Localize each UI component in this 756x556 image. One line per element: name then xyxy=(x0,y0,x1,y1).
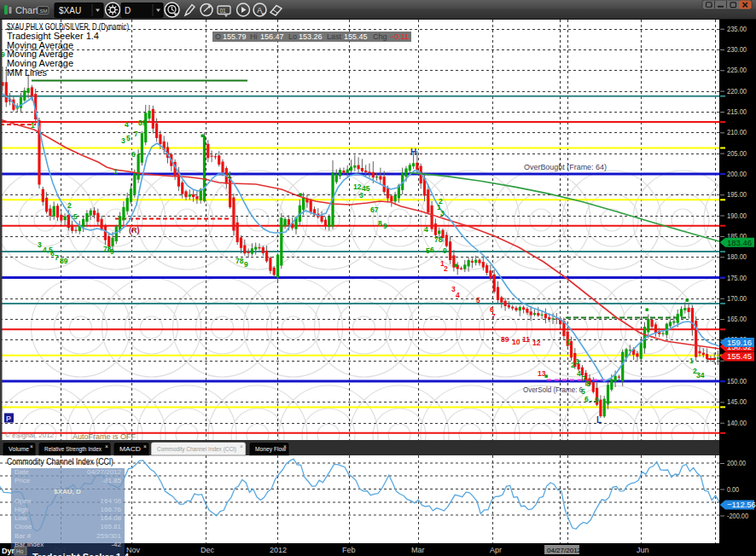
svg-text:8: 8 xyxy=(378,219,382,228)
svg-text:9: 9 xyxy=(383,222,387,230)
svg-text:225.00: 225.00 xyxy=(727,66,747,74)
svg-text:5: 5 xyxy=(476,296,480,304)
svg-text:2: 2 xyxy=(444,264,448,273)
svg-text:4: 4 xyxy=(424,225,428,234)
svg-text:10: 10 xyxy=(512,338,520,346)
svg-text:78: 78 xyxy=(236,257,244,265)
svg-text:−112.56: −112.56 xyxy=(727,500,756,509)
svg-text:×: × xyxy=(105,443,108,449)
svg-text:MACD: MACD xyxy=(119,445,141,453)
svg-text:7: 7 xyxy=(55,253,59,262)
svg-text:156.47: 156.47 xyxy=(260,32,284,41)
svg-text:12: 12 xyxy=(532,339,541,347)
svg-text:$XAU,PHLX GOLD/SILVER, D (Dyna: $XAU,PHLX GOLD/SILVER, D (Dynamic) xyxy=(7,22,129,32)
svg-text:×: × xyxy=(283,443,287,449)
svg-text:155.45: 155.45 xyxy=(344,32,368,41)
svg-text:Commodity Channel Index (CCI): Commodity Channel Index (CCI) xyxy=(7,457,113,466)
svg-text:Dyn: Dyn xyxy=(2,547,16,555)
svg-text:High: High xyxy=(15,506,28,513)
svg-text:166.76: 166.76 xyxy=(101,506,122,513)
svg-text:165.00: 165.00 xyxy=(727,315,747,323)
svg-text:140.00: 140.00 xyxy=(727,419,747,427)
svg-text:9: 9 xyxy=(443,246,447,255)
svg-text:Chg: Chg xyxy=(373,32,387,41)
svg-text:Date: Date xyxy=(15,468,29,476)
svg-text:OverSold (Frame: 6: OverSold (Frame: 6 xyxy=(523,385,583,394)
svg-text:11: 11 xyxy=(522,335,530,344)
svg-text:Jun: Jun xyxy=(637,546,649,554)
svg-text:Money Flow: Money Flow xyxy=(255,445,287,453)
svg-text:5: 5 xyxy=(126,134,131,142)
svg-text:9: 9 xyxy=(110,247,114,256)
svg-text:2: 2 xyxy=(67,201,72,210)
svg-text:170.00: 170.00 xyxy=(727,294,747,303)
svg-text:183.46: 183.46 xyxy=(727,238,752,247)
svg-text:3: 3 xyxy=(359,191,363,200)
svg-text:Apr: Apr xyxy=(490,546,502,554)
svg-text:Chart: Chart xyxy=(15,5,38,15)
svg-text:Moving Average: Moving Average xyxy=(7,49,73,59)
svg-text:Dec: Dec xyxy=(201,546,215,554)
svg-text:Moving Average: Moving Average xyxy=(7,59,73,68)
svg-text:3: 3 xyxy=(440,209,445,217)
svg-text:Last: Last xyxy=(327,32,342,41)
svg-text:4: 4 xyxy=(456,291,460,299)
svg-text:1: 1 xyxy=(31,121,35,130)
svg-text:04/27/2012: 04/27/2012 xyxy=(547,547,582,554)
svg-text:(R): (R) xyxy=(129,226,140,235)
svg-text:AutoFrame is OFF: AutoFrame is OFF xyxy=(73,432,136,441)
svg-text:Close: Close xyxy=(15,523,32,530)
svg-text:165.81: 165.81 xyxy=(101,523,122,530)
svg-text:159.16: 159.16 xyxy=(727,338,752,347)
svg-text:Tradesight Seeker 1.4: Tradesight Seeker 1.4 xyxy=(32,552,130,556)
svg-text:Open: Open xyxy=(15,497,32,505)
svg-text:78: 78 xyxy=(434,235,443,244)
svg-text:Hi: Hi xyxy=(250,32,258,41)
svg-text:205.00: 205.00 xyxy=(727,149,747,158)
svg-text:13: 13 xyxy=(538,369,546,378)
svg-text:153.26: 153.26 xyxy=(299,32,323,41)
svg-text:Relative Strength Index: Relative Strength Index xyxy=(44,445,102,453)
svg-text:180.00: 180.00 xyxy=(727,252,747,261)
svg-text:259/301: 259/301 xyxy=(96,532,121,540)
svg-text:215.00: 215.00 xyxy=(727,107,747,116)
svg-text:Bar #: Bar # xyxy=(15,532,32,540)
svg-text:89: 89 xyxy=(138,119,147,127)
svg-text:Lo: Lo xyxy=(288,32,297,41)
svg-text:1: 1 xyxy=(567,338,571,346)
svg-text:Feb: Feb xyxy=(342,546,356,554)
svg-text:220.00: 220.00 xyxy=(727,87,747,96)
svg-text:© eSignal, 2012: © eSignal, 2012 xyxy=(5,431,55,439)
svg-text:$XAU: $XAU xyxy=(59,6,81,15)
svg-text:164.08: 164.08 xyxy=(101,514,122,522)
svg-text:×: × xyxy=(30,443,33,449)
svg-text:O: O xyxy=(215,32,221,41)
svg-text:D: D xyxy=(125,6,131,15)
svg-text:155.45: 155.45 xyxy=(727,351,752,361)
svg-text:175.00: 175.00 xyxy=(727,274,747,282)
svg-text:200.00: 200.00 xyxy=(727,459,746,467)
svg-text:SM: SM xyxy=(40,9,48,14)
svg-text:Commodity Channel Index (CCI): Commodity Channel Index (CCI) xyxy=(157,445,236,453)
svg-text:Tradesight Seeker 1.4: Tradesight Seeker 1.4 xyxy=(7,32,99,41)
svg-text:H: H xyxy=(410,148,416,157)
svg-text:01: 01 xyxy=(220,8,227,14)
svg-text:230.00: 230.00 xyxy=(727,45,747,54)
svg-text:12: 12 xyxy=(353,182,362,191)
svg-text:5: 5 xyxy=(73,212,78,221)
svg-text:-200.00: -200.00 xyxy=(727,512,748,520)
svg-text:3: 3 xyxy=(38,240,42,249)
svg-text:9: 9 xyxy=(244,260,248,269)
svg-text:34: 34 xyxy=(696,371,705,379)
svg-text:6: 6 xyxy=(131,150,136,159)
svg-text:×: × xyxy=(143,443,147,449)
svg-text:235.00: 235.00 xyxy=(727,25,747,33)
svg-text:−0.11: −0.11 xyxy=(390,32,409,41)
svg-text:2012: 2012 xyxy=(270,546,287,554)
svg-text:Volume: Volume xyxy=(9,445,29,453)
svg-text:145.00: 145.00 xyxy=(727,397,747,406)
svg-text:Mar: Mar xyxy=(411,546,425,554)
svg-text:155.79: 155.79 xyxy=(223,32,247,41)
svg-text:0.00: 0.00 xyxy=(727,485,739,494)
svg-text:7: 7 xyxy=(134,130,138,138)
